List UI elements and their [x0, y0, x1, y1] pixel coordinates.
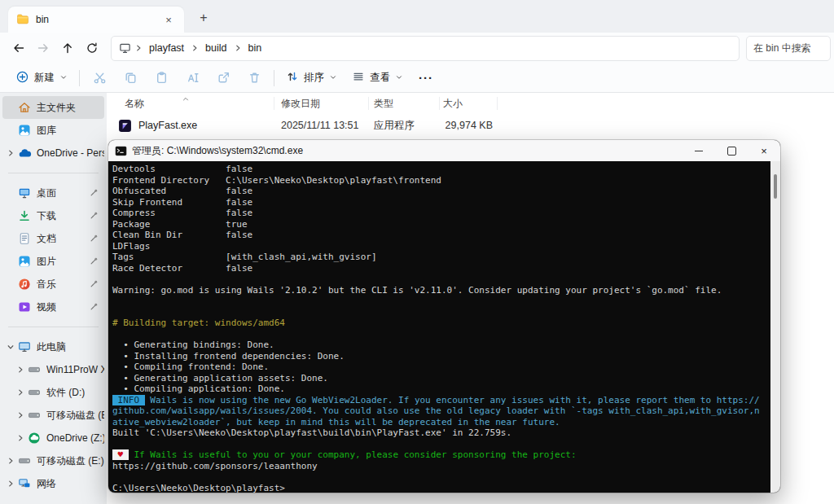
terminal-close-button[interactable]: ×: [748, 140, 780, 161]
sidebar-item-win11prow-x64[interactable]: Win11ProW X64: [2, 358, 104, 381]
sidebar-item-home[interactable]: 主文件夹: [2, 96, 104, 119]
view-button[interactable]: 查看: [345, 67, 410, 90]
terminal-line: Clean Bin Dir false: [112, 230, 770, 241]
column-name[interactable]: 名称: [107, 97, 274, 110]
drive-icon: [16, 454, 33, 467]
sidebar-item-drive-d[interactable]: 软件 (D:): [2, 381, 104, 404]
chevron-down-icon: [329, 72, 337, 84]
cut-button[interactable]: [84, 67, 115, 90]
navigation-pane: 主文件夹图库OneDrive - Personal桌面下载文档图片音乐视频此电脑…: [0, 93, 107, 504]
drive-icon: [26, 409, 42, 422]
sidebar-item-music[interactable]: 音乐: [2, 273, 104, 296]
chevron-down-icon[interactable]: [5, 343, 16, 351]
back-button[interactable]: [7, 36, 31, 60]
breadcrumb-item-bin[interactable]: bin: [243, 41, 268, 55]
file-name: PlayFast.exe: [138, 120, 197, 131]
sidebar-item-label: 可移动磁盘 (E:): [37, 454, 104, 468]
terminal-line: Warning: go.mod is using Wails '2.10.2' …: [112, 285, 770, 296]
sidebar-item-gallery[interactable]: 图库: [2, 119, 104, 142]
sidebar-item-onedrive-personal[interactable]: OneDrive - Personal: [2, 142, 104, 164]
sidebar-item-removable-e[interactable]: 可移动磁盘 (E:): [2, 404, 104, 427]
address-bar: playfastbuildbin 在 bin 中搜索: [0, 33, 834, 64]
sidebar-item-label: 网络: [37, 477, 56, 491]
sidebar-divider: [8, 173, 99, 173]
chevron-right-icon[interactable]: [15, 434, 26, 442]
up-button[interactable]: [55, 36, 80, 60]
terminal-line: Built 'C:\Users\Neeko\Desktop\playfast\b…: [112, 427, 770, 439]
breadcrumb-item-playfast[interactable]: playfast: [143, 41, 190, 55]
breadcrumb-chevron-icon: [233, 44, 243, 52]
folder-icon: [16, 12, 29, 28]
column-type[interactable]: 类型: [369, 97, 440, 110]
copy-button[interactable]: [115, 67, 146, 90]
file-type: 应用程序: [369, 119, 440, 133]
terminal-line: LDFlags: [112, 241, 770, 252]
sidebar-item-pictures[interactable]: 图片: [2, 250, 104, 273]
toolbar-divider: [79, 70, 80, 86]
sidebar-item-network[interactable]: 网络: [2, 472, 104, 495]
search-input[interactable]: 在 bin 中搜索: [746, 36, 831, 61]
sidebar-item-label: 视频: [37, 300, 56, 314]
breadcrumb-chevron-icon: [190, 44, 200, 52]
chevron-right-icon[interactable]: [5, 457, 16, 465]
new-button[interactable]: 新建: [8, 67, 75, 90]
cmd-icon: [115, 145, 127, 157]
chevron-right-icon[interactable]: [5, 149, 16, 157]
terminal-titlebar[interactable]: 管理员: C:\Windows\system32\cmd.exe ×: [108, 140, 780, 161]
chevron-right-icon[interactable]: [15, 388, 26, 397]
tab-close-icon[interactable]: ×: [161, 12, 176, 27]
playfast-exe-icon: [118, 119, 132, 133]
terminal-line: github.com/wailsapp/wails/issues/2004. Y…: [112, 405, 770, 417]
new-tab-button[interactable]: +: [192, 7, 215, 29]
rename-button[interactable]: [177, 67, 208, 90]
terminal-line: ative_webview2loader`, but keep in mind …: [112, 417, 770, 428]
documents-icon: [16, 232, 33, 245]
sidebar-item-this-pc[interactable]: 此电脑: [2, 335, 104, 358]
terminal-maximize-button[interactable]: [715, 140, 748, 161]
sort-button[interactable]: 排序: [279, 67, 345, 90]
terminal-title: 管理员: C:\Windows\system32\cmd.exe: [132, 144, 303, 158]
sidebar-item-desktop[interactable]: 桌面: [2, 182, 104, 204]
refresh-button[interactable]: [80, 36, 104, 60]
terminal-output[interactable]: Devtools falseFrontend Directory C:\User…: [108, 161, 770, 493]
sidebar-item-documents[interactable]: 文档: [2, 227, 104, 250]
terminal-body: Devtools falseFrontend Directory C:\User…: [108, 161, 780, 493]
terminal-minimize-button[interactable]: [683, 140, 715, 161]
gallery-icon: [16, 124, 33, 137]
tab-title: bin: [36, 14, 155, 25]
delete-button[interactable]: [239, 67, 270, 90]
sidebar-item-videos[interactable]: 视频: [2, 296, 104, 318]
terminal-line: [112, 307, 770, 318]
scrollbar-thumb[interactable]: [774, 174, 777, 199]
sidebar-item-removable-e-2[interactable]: 可移动磁盘 (E:): [2, 449, 104, 472]
file-row-playfast[interactable]: PlayFast.exe 2025/11/11 13:51 应用程序 29,97…: [107, 114, 834, 137]
pin-icon: [90, 188, 99, 199]
cmd-window[interactable]: 管理员: C:\Windows\system32\cmd.exe × Devto…: [108, 140, 780, 493]
more-options-button[interactable]: ···: [410, 67, 441, 90]
chevron-right-icon[interactable]: [15, 366, 26, 374]
terminal-line: Skip Frontend false: [112, 197, 770, 208]
breadcrumb[interactable]: playfastbuildbin: [111, 36, 740, 61]
chevron-right-icon[interactable]: [15, 411, 26, 419]
forward-button[interactable]: [31, 36, 55, 60]
music-icon: [16, 278, 33, 291]
explorer-tab-bin[interactable]: bin ×: [8, 7, 184, 33]
minimize-icon: [695, 151, 703, 151]
column-size[interactable]: 大小: [440, 97, 498, 110]
paste-button[interactable]: [146, 67, 177, 90]
toolbar-divider: [274, 70, 274, 86]
sidebar-item-label: 图片: [37, 255, 56, 269]
breadcrumb-item-build[interactable]: build: [200, 41, 232, 55]
drive-icon: [26, 363, 42, 376]
sidebar-item-downloads[interactable]: 下载: [2, 204, 104, 227]
plus-circle-icon: [15, 70, 29, 86]
chevron-right-icon[interactable]: [5, 480, 16, 488]
desktop-icon: [16, 186, 33, 199]
sidebar-item-label: OneDrive (Z:): [46, 432, 104, 444]
column-modified[interactable]: 修改日期: [274, 97, 369, 110]
breadcrumb-chevron-icon: [134, 44, 143, 52]
terminal-scrollbar[interactable]: [770, 161, 780, 493]
onedrive-green-icon: [26, 432, 42, 445]
share-button[interactable]: [208, 67, 239, 90]
sidebar-item-onedrive-z[interactable]: OneDrive (Z:): [2, 427, 104, 449]
